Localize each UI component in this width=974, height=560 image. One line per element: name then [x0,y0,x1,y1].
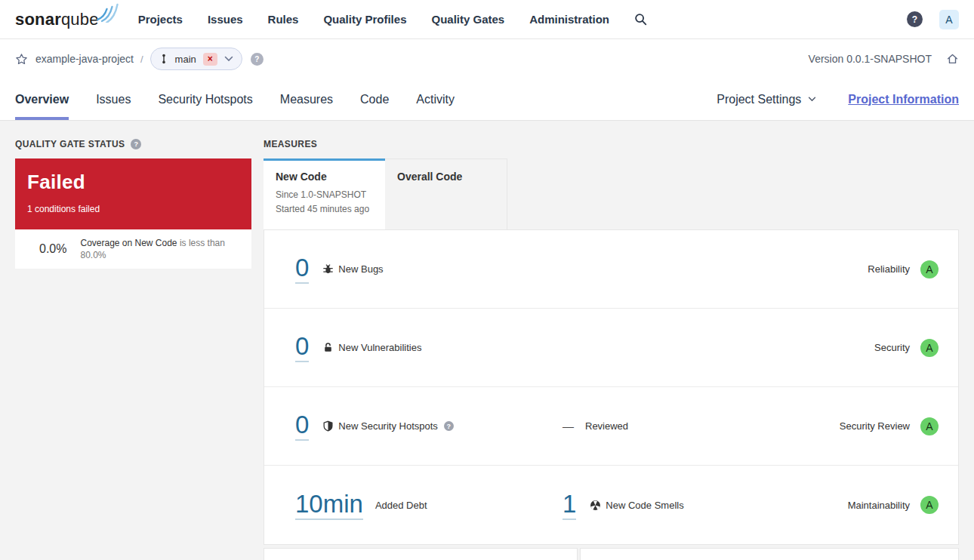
bug-icon [322,263,334,275]
bottom-card-right [580,548,959,560]
new-code-started: Started 45 minutes ago [276,202,373,217]
condition-value: 0.0% [27,242,66,256]
new-code-smells-count[interactable]: 1 [563,491,576,520]
nav-item-quality-profiles[interactable]: Quality Profiles [323,13,406,26]
sonarqube-logo[interactable]: sonarqube [15,10,99,29]
new-bugs-label: New Bugs [338,263,383,275]
help-icon[interactable]: ? [907,11,923,27]
breadcrumb-separator: / [140,54,143,65]
bottom-card-left [264,548,578,560]
avatar[interactable]: A [939,10,959,29]
tab-code[interactable]: Code [360,78,389,120]
security-label: Security [874,342,910,353]
new-vulnerabilities-label: New Vulnerabilities [338,342,421,353]
breadcrumb: example-java-project / main × ? Version … [0,39,974,78]
measures-panel: 0 New Bugs [264,229,959,545]
code-smell-icon [590,500,601,511]
logo-text-bold: sonar [15,10,61,29]
security-review-rating-badge[interactable]: A [920,417,939,435]
lock-open-icon [322,342,334,353]
nav-item-issues[interactable]: Issues [208,13,243,26]
tab-activity[interactable]: Activity [416,78,455,120]
tab-issues[interactable]: Issues [96,78,131,120]
tab-bar-right-group: Project Settings Project Information [717,78,959,120]
tab-security-hotspots[interactable]: Security Hotspots [158,78,252,120]
quality-gate-heading-label: QUALITY GATE STATUS [15,139,125,149]
quality-gate-status: Failed [27,171,239,194]
new-vulnerabilities-count[interactable]: 0 [295,333,309,362]
project-settings-dropdown[interactable]: Project Settings [717,93,816,106]
quality-gate-column: QUALITY GATE STATUS ? Failed 1 condition… [15,136,251,269]
new-security-hotspots-label: New Security Hotspots [338,420,438,432]
breadcrumb-project-name[interactable]: example-java-project [35,53,134,65]
reliability-rating-badge[interactable]: A [920,260,939,278]
overview-content: QUALITY GATE STATUS ? Failed 1 condition… [0,121,974,560]
breadcrumb-right-group: Version 0.0.1-SNAPSHOT [809,53,959,65]
main-nav-links: Projects Issues Rules Quality Profiles Q… [138,13,609,26]
new-code-smells-label: New Code Smells [606,500,683,511]
measures-heading: MEASURES [264,139,959,149]
branch-selector[interactable]: main × [150,48,242,70]
tab-new-code[interactable]: New Code Since 1.0-SNAPSHOT Started 45 m… [264,158,385,229]
quality-gate-conditions-summary: 1 conditions failed [27,204,239,214]
maintainability-rating-badge[interactable]: A [920,496,939,514]
new-code-period: Since 1.0-SNAPSHOT Started 45 minutes ag… [276,188,373,217]
measures-tabs: New Code Since 1.0-SNAPSHOT Started 45 m… [264,158,959,229]
logo-waves-icon [96,2,119,23]
branch-icon [159,54,168,64]
reviewed-label: Reviewed [585,420,628,432]
top-navigation-bar: sonarqube Projects Issues Rules Quality … [0,0,974,39]
nav-item-rules[interactable]: Rules [268,13,299,26]
new-code-tab-label: New Code [276,171,373,183]
security-review-label: Security Review [840,420,910,432]
chevron-down-icon [808,97,816,102]
failed-condition-row[interactable]: 0.0% Coverage on New Code is less than 8… [15,229,251,269]
added-debt-label: Added Debt [375,500,427,511]
nav-right-group: ? A [907,10,959,29]
chevron-down-icon [224,56,233,62]
reliability-label: Reliability [868,263,910,275]
logo-text-regular: qube [61,10,99,29]
new-bugs-count[interactable]: 0 [295,254,309,284]
overall-code-tab-label: Overall Code [397,171,495,183]
new-code-since: Since 1.0-SNAPSHOT [276,188,373,202]
quality-gate-heading: QUALITY GATE STATUS ? [15,139,251,149]
measures-heading-label: MEASURES [264,139,317,149]
maintainability-label: Maintainability [848,500,910,511]
measure-row-security-hotspots: 0 New Security Hotspots ? — Reviewed [264,387,958,466]
favorite-star-icon[interactable] [15,53,28,66]
tab-overview[interactable]: Overview [15,78,69,120]
nav-item-administration[interactable]: Administration [529,13,609,26]
project-version: Version 0.0.1-SNAPSHOT [809,53,932,65]
quality-gate-help-icon[interactable]: ? [131,139,141,149]
home-icon[interactable] [946,53,959,65]
condition-metric: Coverage on New Code [80,238,177,248]
tab-measures[interactable]: Measures [280,78,333,120]
search-icon[interactable] [634,13,647,26]
shield-icon [322,420,334,432]
branch-help-icon[interactable]: ? [251,53,264,66]
branch-name: main [175,54,196,65]
new-security-hotspots-count[interactable]: 0 [295,411,309,441]
quality-gate-status-banner: Failed 1 conditions failed [15,158,251,229]
project-information-link[interactable]: Project Information [848,93,959,106]
tab-overall-code[interactable]: Overall Code [385,158,507,229]
next-section-cards [264,548,959,560]
project-settings-label: Project Settings [717,93,801,106]
hotspots-help-icon[interactable]: ? [444,421,454,431]
reviewed-dash: — [563,420,573,432]
measure-row-vulnerabilities: 0 New Vulnerabilities Security A [264,309,958,387]
added-debt-value[interactable]: 10min [295,491,363,520]
condition-description: Coverage on New Code is less than 80.0% [80,237,239,261]
security-rating-badge[interactable]: A [920,339,939,357]
measures-column: MEASURES New Code Since 1.0-SNAPSHOT Sta… [264,136,959,560]
measure-row-maintainability: 10min Added Debt 1 [264,466,958,544]
nav-item-projects[interactable]: Projects [138,13,183,26]
project-tabs: Overview Issues Security Hotspots Measur… [15,78,455,120]
nav-item-quality-gates[interactable]: Quality Gates [431,13,504,26]
branch-remove-icon[interactable]: × [203,53,217,66]
project-tab-bar: Overview Issues Security Hotspots Measur… [0,78,974,121]
measure-row-bugs: 0 New Bugs [264,230,958,309]
